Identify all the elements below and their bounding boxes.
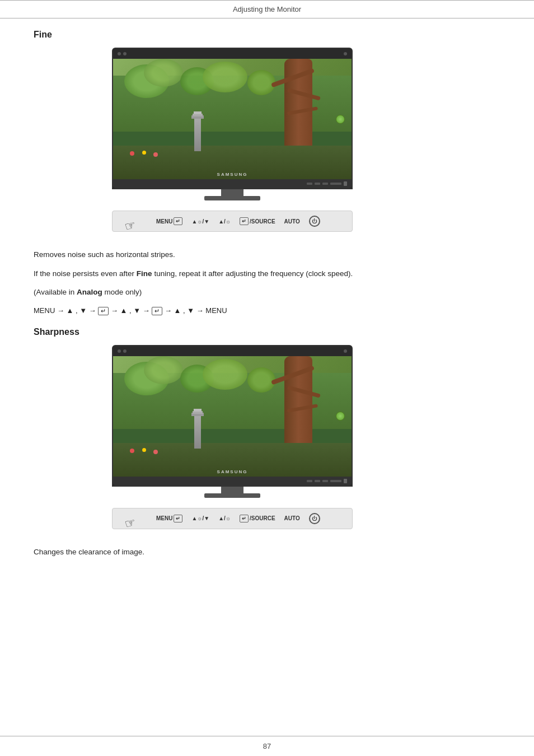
sharpness-monitor-top-bar <box>113 346 352 356</box>
pagoda-top3 <box>194 111 202 114</box>
fine-monitor-screen: SAMSUNG <box>113 59 352 179</box>
sharpness-top-dot <box>118 349 121 353</box>
menu-enter-box: ↵ <box>174 217 182 225</box>
s-pagoda-top3 <box>194 409 202 412</box>
samsung-brand-fine: SAMSUNG <box>217 172 248 177</box>
pagoda-body <box>194 118 201 151</box>
s-auto-label: AUTO <box>284 515 300 521</box>
s-source-label: /SOURCE <box>250 515 275 521</box>
bottom-dot2 <box>315 183 320 185</box>
sharpness-monitor-bottom-bar <box>113 477 352 486</box>
fine-monitor-container: SAMSUNG <box>112 48 353 200</box>
s-pagoda-body <box>194 415 201 449</box>
fine-formula: MENU → ▲ , ▼ → ↵ → ▲ , ▼ → ↵ → ▲ , ▼ → M… <box>34 305 500 317</box>
sharpness-stand-neck <box>221 487 243 493</box>
s-menu-btn: MENU ↵ <box>156 515 182 522</box>
s-bottom-dot2 <box>315 480 320 482</box>
s-power-icon: ⏻ <box>312 516 317 521</box>
s-flower-red2 <box>153 450 158 454</box>
sharpness-section-title: Sharpness <box>34 327 500 337</box>
s-bottom-dot4 <box>330 480 341 482</box>
hand-pointer-fine: ☞ <box>123 218 138 235</box>
sharpness-green-indicator <box>336 412 345 421</box>
sharpness-control-panel: ☞ MENU ↵ ▲☼/▼ ▲/☼ ↵ /SOURCE AUTO ⏻ <box>112 508 353 529</box>
s-bottom-dot1 <box>307 480 312 482</box>
s-foliage5 <box>247 367 275 393</box>
photo-foliage2 <box>144 59 183 87</box>
page-number: 87 <box>263 742 271 750</box>
s-up-btn: ▲/☼ <box>218 515 231 521</box>
s-source-btn: ↵ /SOURCE <box>240 515 275 522</box>
brightness-btn: ▲☼/▼ <box>191 218 209 225</box>
s-auto-btn: AUTO <box>284 515 300 521</box>
s-flower-yellow <box>142 448 146 452</box>
monitor-stand-neck <box>221 189 243 196</box>
bottom-dot3 <box>322 183 328 185</box>
fine-desc2: If the noise persists even after Fine tu… <box>34 268 500 280</box>
monitor-stand-base <box>204 196 260 200</box>
sharpness-foliage2 <box>144 356 183 384</box>
s-brightness-btn: ▲☼/▼ <box>191 515 209 521</box>
enter-box2: ↵ <box>152 307 162 315</box>
hand-pointer-sharpness: ☞ <box>123 515 138 531</box>
auto-btn: AUTO <box>284 218 300 225</box>
monitor-top-bar <box>113 49 352 59</box>
monitor-bottom-bar <box>113 179 352 188</box>
sharpness-stand-base <box>204 493 260 498</box>
fine-desc3: (Available in Analog mode only) <box>34 286 500 298</box>
menu-label: MENU <box>156 218 172 225</box>
menu-btn: MENU ↵ <box>156 217 182 225</box>
monitor-top-dot2 <box>123 52 127 55</box>
s-up-label: ▲/☼ <box>218 515 231 521</box>
sharpness-desc: Changes the clearance of image. <box>34 546 500 558</box>
monitor-top-dot <box>118 52 121 55</box>
s-power-btn[interactable]: ⏻ <box>309 513 320 524</box>
power-btn[interactable]: ⏻ <box>309 216 320 227</box>
source-btn: ↵ /SOURCE <box>240 217 275 225</box>
monitor-top-dot3 <box>344 52 347 55</box>
sharpness-top-dot2 <box>123 349 127 353</box>
sharpness-monitor-mockup: SAMSUNG <box>112 345 353 487</box>
bottom-dot4 <box>330 183 341 185</box>
samsung-brand-sharpness: SAMSUNG <box>217 469 248 474</box>
content-area: Fine <box>0 30 534 558</box>
s-enter-box-source: ↵ <box>240 515 249 522</box>
flower-red <box>130 151 134 156</box>
bottom-dot1 <box>307 183 312 185</box>
s-bottom-dot3 <box>322 480 328 482</box>
power-icon: ⏻ <box>312 218 317 224</box>
sharpness-monitor-container: SAMSUNG <box>112 345 353 498</box>
s-flower-red <box>130 449 134 453</box>
page-footer: 87 <box>0 736 534 756</box>
fine-section-title: Fine <box>34 30 500 40</box>
fine-control-panel: ☞ MENU ↵ ▲☼/▼ ▲/☼ ↵ /SOURCE AUTO ⏻ <box>112 211 353 232</box>
s-bottom-dot5 <box>344 479 347 483</box>
flower-red2 <box>153 152 158 157</box>
source-label: /SOURCE <box>250 218 275 225</box>
fine-monitor-mockup: SAMSUNG <box>112 48 353 189</box>
fine-desc1: Removes noise such as horizontal stripes… <box>34 249 500 261</box>
enter-box-source: ↵ <box>240 217 249 225</box>
s-menu-label: MENU <box>156 515 172 521</box>
s-menu-enter-box: ↵ <box>174 515 182 522</box>
flower-yellow <box>142 151 146 155</box>
up-btn: ▲/☼ <box>218 218 231 225</box>
foliage4 <box>203 62 247 92</box>
sharpness-monitor-screen: SAMSUNG <box>113 356 352 477</box>
green-indicator <box>336 115 345 124</box>
header-title: Adjusting the Monitor <box>233 5 301 13</box>
page-header: Adjusting the Monitor <box>0 0 534 18</box>
brightness-label: ▲☼/▼ <box>191 218 209 225</box>
sharpness-top-dot3 <box>344 349 347 353</box>
enter-box1: ↵ <box>98 307 109 315</box>
bottom-dot5 <box>344 181 347 186</box>
s-foliage4 <box>203 359 247 390</box>
auto-label: AUTO <box>284 218 300 225</box>
foliage5 <box>247 70 275 95</box>
s-brightness-label: ▲☼/▼ <box>191 515 209 521</box>
up-label: ▲/☼ <box>218 218 231 225</box>
